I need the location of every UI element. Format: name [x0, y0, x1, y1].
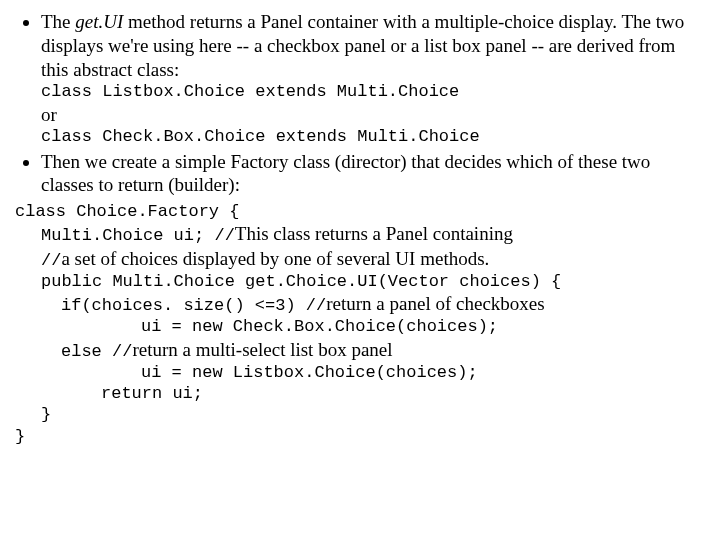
code-else: else //return a multi-select list box pa…	[15, 338, 705, 362]
bullet-factory: Then we create a simple Factory class (d…	[41, 150, 705, 198]
code-if: if(choices. size() <=3) //return a panel…	[15, 292, 705, 316]
code-method-decl: public Multi.Choice get.Choice.UI(Vector…	[15, 271, 705, 292]
code-return: return ui;	[15, 383, 705, 404]
bullet-get-ui: The get.UI method returns a Panel contai…	[41, 10, 705, 148]
code-comment-choices: //a set of choices displayed by one of s…	[15, 247, 705, 271]
code-close-class: }	[15, 426, 705, 447]
bullet1-text-b: method returns a Panel container with a …	[41, 11, 684, 80]
code-assign-check: ui = new Check.Box.Choice(choices);	[15, 316, 705, 337]
code-close-method: }	[15, 404, 705, 425]
bullet2-text: Then we create a simple Factory class (d…	[41, 151, 650, 196]
bullet1-text-a: The	[41, 11, 75, 32]
code-listbox: class Listbox.Choice extends Multi.Choic…	[41, 81, 705, 102]
code-checkbox: class Check.Box.Choice extends Multi.Cho…	[41, 126, 705, 147]
code-field-decl: Multi.Choice ui; //This class returns a …	[15, 222, 705, 246]
code-assign-list: ui = new Listbox.Choice(choices);	[15, 362, 705, 383]
or-text: or	[41, 103, 705, 127]
method-name: get.UI	[75, 11, 123, 32]
code-class-decl: class Choice.Factory {	[15, 201, 705, 222]
